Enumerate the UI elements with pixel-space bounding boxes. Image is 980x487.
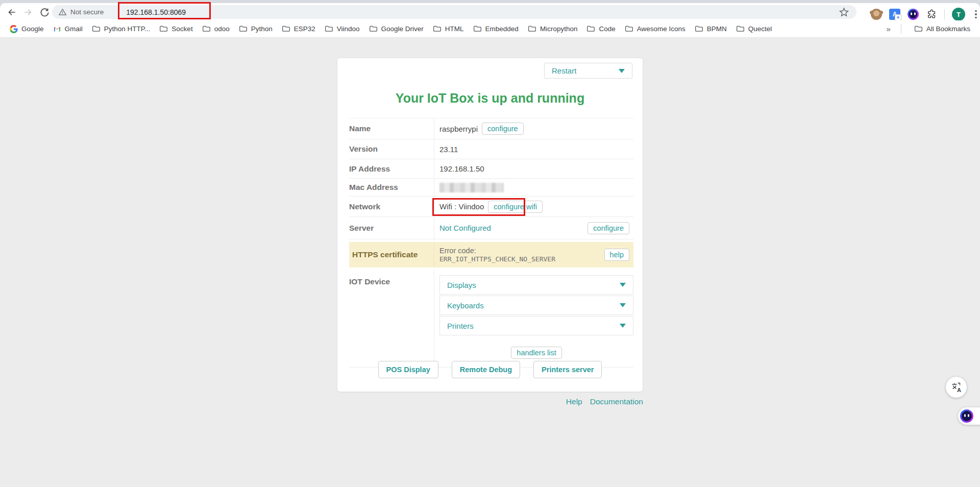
all-bookmarks-button[interactable]: All Bookmarks	[910, 22, 975, 36]
folder-icon	[528, 25, 536, 33]
folder-icon	[433, 25, 442, 33]
bookmark-item[interactable]: HTML	[428, 22, 469, 36]
forward-icon[interactable]	[22, 7, 34, 18]
bookmark-label: Embedded	[485, 25, 519, 33]
folder-icon	[473, 25, 482, 33]
bookmark-item[interactable]: Socket	[155, 22, 197, 36]
tampermonkey-extension-icon[interactable]	[871, 9, 882, 20]
table-row-version: Version 23.11	[349, 139, 633, 159]
row-label: Network	[349, 197, 434, 216]
configure-name-button[interactable]: configure	[482, 123, 524, 135]
configure-server-button[interactable]: configure	[587, 222, 629, 234]
network-value: Wifi : Viindoo	[439, 202, 484, 211]
page-background: Restart Your IoT Box is up and running N…	[0, 38, 980, 487]
bookmark-item[interactable]: Micropython	[523, 22, 582, 36]
printers-panel[interactable]: Printers	[439, 316, 633, 335]
bookmark-item[interactable]: Awesome Icons	[620, 22, 690, 36]
bookmark-item[interactable]: Viindoo	[320, 22, 364, 36]
folder-icon	[159, 25, 168, 33]
not-secure-warning-icon	[58, 8, 67, 16]
chevron-down-icon	[619, 69, 625, 73]
bookmark-label: Google	[21, 25, 44, 33]
monica-ai-icon	[960, 409, 973, 423]
keyboards-panel[interactable]: Keyboards	[439, 296, 633, 315]
handlers-list-button[interactable]: handlers list	[511, 347, 561, 359]
bookmark-item[interactable]: Google Driver	[364, 22, 428, 36]
browser-toolbar: Not secure 192.168.1.50:8069 A T	[0, 3, 980, 20]
folder-icon	[586, 25, 595, 33]
bookmarks-overflow-icon[interactable]: »	[884, 25, 892, 33]
table-row-server: Server Not Configured configure	[349, 217, 633, 239]
table-row-name: Name raspberrypi configure	[349, 118, 633, 139]
bookmark-item[interactable]: Python	[234, 22, 277, 36]
bookmark-label: Code	[599, 25, 615, 33]
bookmark-item[interactable]: Google	[5, 22, 48, 36]
url-text[interactable]: 192.168.1.50:8069	[126, 8, 186, 16]
restart-dropdown[interactable]: Restart	[544, 63, 632, 79]
panel-label: Keyboards	[447, 301, 484, 310]
help-link[interactable]: Help	[566, 397, 582, 406]
bookmark-item[interactable]: Code	[582, 22, 620, 36]
device-name-value: raspberrypi	[439, 125, 478, 133]
bookmark-item[interactable]: Python HTTP...	[87, 22, 155, 36]
server-status-value: Not Configured	[439, 224, 491, 232]
back-icon[interactable]	[6, 7, 17, 18]
bookmark-label: odoo	[214, 25, 230, 33]
table-row-mac: Mac Address	[349, 179, 633, 197]
bookmark-item[interactable]: ESP32	[277, 22, 320, 36]
all-bookmarks-label: All Bookmarks	[926, 25, 970, 33]
error-code-value: ERR_IOT_HTTPS_CHECK_NO_SERVER	[439, 255, 555, 263]
gmail-icon	[53, 25, 61, 33]
monica-assistant-button[interactable]	[958, 407, 980, 425]
bookmark-item[interactable]: Embedded	[469, 22, 523, 36]
help-button[interactable]: help	[604, 249, 629, 261]
pos-display-button[interactable]: POS Display	[378, 361, 438, 378]
bookmark-label: Python HTTP...	[104, 25, 151, 33]
row-label: HTTPS certificate	[349, 242, 434, 267]
bookmarks-bar: GoogleGmailPython HTTP...SocketodooPytho…	[0, 20, 980, 38]
row-label: Mac Address	[349, 179, 434, 196]
bookmark-label: Quectel	[748, 25, 772, 33]
row-label: Name	[349, 118, 434, 139]
address-bar[interactable]: Not secure 192.168.1.50:8069	[52, 5, 856, 19]
bookmark-label: Gmail	[65, 25, 83, 33]
bookmark-label: Micropython	[540, 25, 578, 33]
bookmark-label: Socket	[172, 25, 192, 33]
translate-fab-button[interactable]: A	[946, 377, 967, 398]
profile-avatar[interactable]: T	[952, 8, 965, 21]
displays-panel[interactable]: Displays	[439, 275, 633, 295]
bookmark-label: Viindoo	[337, 25, 360, 33]
bookmark-item[interactable]: Quectel	[731, 22, 777, 36]
google-translate-extension-icon[interactable]: A	[889, 9, 900, 20]
printers-server-button[interactable]: Printers server	[533, 361, 602, 378]
folder-icon	[202, 25, 211, 33]
row-label: Version	[349, 139, 434, 159]
documentation-link[interactable]: Documentation	[590, 397, 643, 406]
folder-icon	[695, 25, 703, 33]
remote-debug-button[interactable]: Remote Debug	[452, 361, 520, 378]
bookmark-label: BPMN	[707, 25, 727, 33]
bookmark-item[interactable]: BPMN	[690, 22, 731, 36]
version-value: 23.11	[439, 145, 458, 154]
toolbar-divider	[944, 9, 945, 19]
monica-ai-extension-icon[interactable]	[908, 9, 919, 20]
mac-address-redacted	[439, 183, 504, 192]
restart-label: Restart	[552, 66, 576, 75]
bookmark-star-icon[interactable]	[839, 7, 849, 17]
table-row-iot-device: IOT Device Displays Keyboards Printers	[349, 270, 633, 368]
bookmark-item[interactable]: odoo	[198, 22, 234, 36]
bookmark-label: ESP32	[294, 25, 315, 33]
bookmark-item[interactable]: Gmail	[48, 22, 87, 36]
footer-links: Help Documentation	[337, 397, 643, 406]
extensions-puzzle-icon[interactable]	[926, 9, 937, 20]
row-label: IOT Device	[349, 270, 434, 367]
browser-menu-icon[interactable]	[972, 9, 979, 20]
table-row-https-certificate: HTTPS certificate Error code: ERR_IOT_HT…	[349, 242, 633, 267]
folder-icon	[325, 25, 333, 33]
chevron-down-icon	[620, 283, 626, 287]
table-row-network: Network Wifi : Viindoo configure wifi	[349, 197, 633, 217]
chevron-down-icon	[620, 324, 626, 328]
configure-wifi-button[interactable]: configure wifi	[488, 201, 543, 213]
reload-icon[interactable]	[39, 7, 50, 18]
folder-icon	[369, 25, 378, 33]
